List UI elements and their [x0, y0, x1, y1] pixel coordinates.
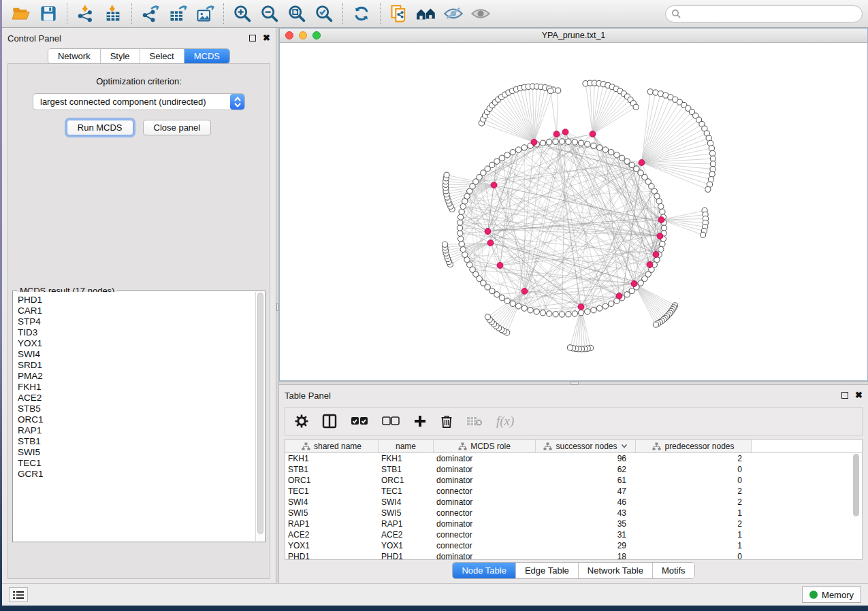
list-item[interactable]: STB5 — [18, 403, 264, 414]
table-row[interactable]: PHD1PHD1dominator180 — [285, 551, 862, 560]
deselect-all-button[interactable] — [382, 416, 400, 426]
tab-network-table[interactable]: Network Table — [579, 563, 653, 578]
list-item[interactable]: ACE2 — [18, 393, 264, 403]
refresh-layout-button[interactable] — [348, 2, 375, 25]
delete-table-button[interactable] — [466, 416, 483, 427]
control-panel: Control Panel ✖ Network Style Select MCD… — [2, 28, 276, 583]
zoom-fit-button[interactable] — [283, 2, 310, 25]
export-network-button[interactable] — [137, 2, 164, 25]
mcds-result-list[interactable]: PHD1CAR1STP4TID3YOX1SWI4SRD1PMA2FKH1ACE2… — [14, 292, 264, 541]
duplicate-network-button[interactable] — [385, 2, 413, 25]
table-cell: YOX1 — [379, 540, 434, 551]
table-row[interactable]: ACE2ACE2connector311 — [285, 529, 862, 540]
column-header-predecessor-nodes[interactable]: predecessor nodes — [636, 440, 752, 453]
list-item[interactable]: FKH1 — [18, 382, 264, 393]
export-image-button[interactable] — [191, 2, 219, 25]
column-header-name[interactable]: name — [379, 440, 434, 453]
tab-node-table[interactable]: Node Table — [453, 563, 516, 578]
table-row[interactable]: ORC1ORC1dominator610 — [285, 475, 862, 486]
list-item[interactable]: TEC1 — [18, 458, 264, 469]
list-item[interactable]: TID3 — [18, 327, 264, 338]
zoom-in-button[interactable] — [229, 2, 256, 25]
open-file-button[interactable] — [7, 2, 35, 25]
tab-network[interactable]: Network — [48, 49, 101, 63]
table-row[interactable]: TEC1TEC1connector472 — [285, 486, 862, 497]
import-network-button[interactable] — [72, 2, 99, 25]
list-item[interactable]: STP4 — [18, 316, 264, 327]
export-table-button[interactable] — [164, 2, 191, 25]
table-cell — [752, 464, 862, 475]
horizontal-splitter[interactable] — [279, 381, 868, 385]
result-list-scrollbar[interactable] — [255, 292, 264, 541]
delete-column-button[interactable] — [440, 414, 453, 429]
tab-motifs[interactable]: Motifs — [653, 563, 694, 578]
close-panel-button[interactable]: Close panel — [143, 120, 212, 135]
network-titlebar[interactable]: YPA_prune.txt_1 — [280, 29, 867, 43]
save-session-button[interactable] — [35, 2, 62, 25]
search-input[interactable] — [684, 9, 856, 18]
hide-selected-button[interactable] — [440, 2, 467, 25]
network-canvas[interactable] — [280, 43, 867, 380]
table-cell: 2 — [636, 453, 752, 464]
list-item[interactable]: GCR1 — [18, 469, 264, 480]
first-neighbors-button[interactable] — [413, 2, 440, 25]
task-history-button[interactable] — [9, 587, 28, 602]
zoom-out-button[interactable] — [256, 2, 283, 25]
list-item[interactable]: PMA2 — [18, 371, 264, 382]
zoom-selected-button[interactable] — [310, 2, 338, 25]
float-panel-icon[interactable] — [841, 392, 848, 399]
splitter-handle[interactable] — [570, 382, 579, 384]
table-row[interactable]: SWI4SWI4dominator462 — [285, 497, 862, 508]
list-item[interactable]: SWI5 — [18, 447, 264, 458]
table-row[interactable]: YOX1YOX1connector291 — [285, 540, 862, 551]
splitter-handle[interactable] — [276, 303, 278, 311]
import-table-button[interactable] — [99, 2, 127, 25]
column-label: MCDS role — [470, 442, 511, 451]
list-item[interactable]: ORC1 — [18, 414, 264, 425]
control-panel-title: Control Panel — [7, 33, 61, 44]
tab-style[interactable]: Style — [101, 49, 140, 63]
table-cell: FKH1 — [285, 453, 379, 464]
tab-select[interactable]: Select — [140, 49, 184, 63]
add-column-button[interactable] — [413, 414, 427, 428]
table-settings-button[interactable] — [295, 414, 308, 428]
tab-edge-table[interactable]: Edge Table — [516, 563, 579, 578]
list-item[interactable]: STB1 — [18, 436, 264, 447]
column-header-successor-nodes[interactable]: successor nodes — [536, 440, 636, 453]
table-row[interactable]: STB1STB1dominator620 — [285, 464, 862, 475]
network-graph — [280, 43, 867, 380]
table-cell — [752, 508, 862, 518]
export-table-icon — [168, 4, 187, 23]
column-label: name — [396, 442, 416, 451]
list-item[interactable]: SRD1 — [18, 360, 264, 371]
sort-desc-icon — [621, 444, 628, 448]
function-builder-button[interactable]: f(x) — [496, 414, 514, 429]
memory-button[interactable]: Memory — [802, 587, 861, 603]
close-panel-icon[interactable]: ✖ — [263, 35, 270, 42]
column-header-shared-name[interactable]: shared name — [285, 440, 379, 453]
float-panel-icon[interactable] — [249, 35, 256, 42]
list-item[interactable]: PHD1 — [18, 295, 264, 306]
table-scrollbar[interactable] — [853, 454, 861, 516]
table-cell: 2 — [636, 497, 752, 508]
list-item[interactable]: YOX1 — [18, 338, 264, 349]
tab-mcds[interactable]: MCDS — [184, 49, 229, 63]
select-all-button[interactable] — [351, 416, 368, 426]
table-row[interactable]: FKH1FKH1dominator962 — [285, 453, 862, 464]
show-columns-button[interactable] — [322, 414, 337, 429]
list-item[interactable]: CAR1 — [18, 306, 264, 316]
search-field[interactable] — [665, 5, 863, 22]
column-header-MCDS-role[interactable]: MCDS role — [434, 440, 536, 453]
show-all-button[interactable] — [467, 2, 494, 25]
table-cell: RAP1 — [285, 518, 379, 529]
vertical-splitter[interactable] — [276, 28, 279, 583]
table-row[interactable]: SWI5SWI5connector431 — [285, 508, 862, 518]
list-item[interactable]: RAP1 — [18, 425, 264, 436]
deselect-all-icon — [382, 416, 400, 426]
houses-icon — [415, 5, 437, 22]
criterion-select[interactable]: largest connected component (undirected) — [33, 93, 245, 110]
close-panel-icon[interactable]: ✖ — [855, 392, 863, 399]
list-item[interactable]: SWI4 — [18, 349, 264, 360]
table-row[interactable]: RAP1RAP1dominator352 — [285, 518, 862, 529]
run-mcds-button[interactable]: Run MCDS — [67, 120, 133, 135]
